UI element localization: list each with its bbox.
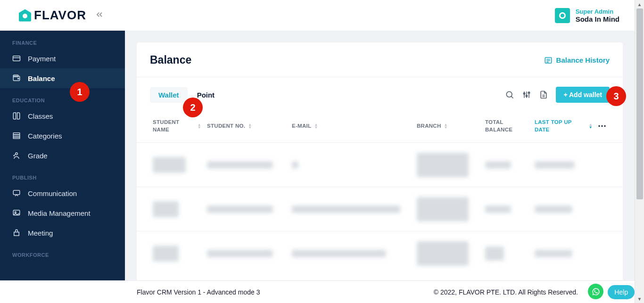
filter-icon[interactable]: [522, 90, 531, 99]
footer: Flavor CRM Version 1 - Advanced mode 3 ©…: [0, 280, 635, 303]
grade-icon: [12, 151, 21, 160]
user-role: Super Admin: [576, 8, 619, 15]
balance-table: STUDENT NAME▲▼ STUDENT NO.▲▼ E-MAIL▲▼ BR…: [137, 110, 623, 275]
scroll-thumb[interactable]: [636, 8, 643, 199]
card-icon: [12, 54, 21, 63]
sidebar-item-balance[interactable]: Balance: [0, 68, 125, 88]
more-icon: •••: [598, 123, 607, 130]
sidebar-section-publish: PUBLISH: [0, 165, 125, 183]
svg-rect-0: [13, 56, 20, 61]
history-link-label: Balance History: [556, 56, 610, 64]
sidebar-item-label: Balance: [28, 74, 55, 82]
sidebar-item-categories[interactable]: Categories: [0, 126, 125, 146]
table-header: STUDENT NAME▲▼ STUDENT NO.▲▼ E-MAIL▲▼ BR…: [137, 110, 623, 142]
whatsapp-icon[interactable]: [588, 284, 603, 299]
svg-point-22: [526, 95, 528, 97]
svg-rect-5: [13, 133, 20, 135]
sidebar-item-grade[interactable]: Grade: [0, 146, 125, 165]
scroll-up-icon[interactable]: ▲: [635, 0, 644, 8]
footer-copyright: © 2022, FLAVOR PTE. LTD. All Rights Rese…: [434, 288, 578, 296]
tab-wallet[interactable]: Wallet: [150, 87, 188, 103]
scroll-down-icon[interactable]: ▼: [635, 295, 644, 303]
sidebar-item-meeting[interactable]: Meeting: [0, 223, 125, 243]
sidebar-item-payment[interactable]: Payment: [0, 49, 125, 68]
user-name: Soda In Mind: [576, 15, 619, 23]
sidebar-item-media[interactable]: Media Management: [0, 203, 125, 223]
svg-rect-9: [13, 190, 20, 195]
balance-history-link[interactable]: Balance History: [544, 56, 610, 65]
logo-text: FLAVOR: [34, 8, 86, 23]
col-email[interactable]: E-MAIL▲▼: [289, 110, 414, 142]
book-icon: [12, 112, 21, 120]
page-scrollbar[interactable]: ▲ ▼: [635, 0, 644, 303]
svg-line-17: [512, 96, 513, 98]
search-icon[interactable]: [505, 90, 514, 99]
sidebar-item-label: Classes: [28, 112, 53, 120]
svg-point-16: [507, 91, 512, 97]
user-menu[interactable]: Super Admin Soda In Mind: [555, 8, 619, 23]
sidebar-item-label: Media Management: [28, 209, 91, 217]
svg-point-4: [18, 78, 19, 79]
sidebar-item-label: Communication: [28, 189, 77, 197]
col-student-name[interactable]: STUDENT NAME▲▼: [150, 110, 204, 142]
svg-point-11: [15, 212, 16, 213]
meeting-icon: [12, 229, 21, 237]
sidebar-section-workforce: WORKFORCE: [0, 243, 125, 261]
sidebar-item-classes[interactable]: Classes: [0, 106, 125, 126]
avatar-icon: [555, 8, 570, 23]
svg-rect-6: [13, 135, 20, 137]
history-icon: [544, 56, 553, 65]
add-wallet-button[interactable]: + Add wallet: [556, 87, 610, 103]
sidebar-section-finance: FINANCE: [0, 31, 125, 49]
col-total-balance: TOTAL BALANCE: [482, 110, 532, 142]
logo[interactable]: FLAVOR: [19, 8, 86, 23]
sidebar-item-label: Categories: [28, 132, 62, 140]
sidebar-collapse-icon[interactable]: [95, 10, 104, 21]
media-icon: [12, 209, 21, 217]
export-icon[interactable]: [539, 90, 548, 99]
tab-point[interactable]: Point: [189, 87, 223, 103]
col-actions[interactable]: •••: [595, 110, 610, 142]
wallet-icon: [12, 74, 21, 82]
footer-version: Flavor CRM Version 1 - Advanced mode 3: [137, 288, 260, 296]
table-row[interactable]: [137, 142, 623, 187]
balance-card: Balance Balance History Wallet Point + A…: [136, 42, 623, 280]
col-student-no[interactable]: STUDENT NO.▲▼: [204, 110, 289, 142]
svg-point-21: [524, 93, 525, 94]
main-content: Balance Balance History Wallet Point + A…: [125, 31, 635, 280]
svg-point-8: [16, 153, 18, 155]
svg-rect-7: [13, 137, 20, 139]
chat-icon: [12, 189, 21, 197]
page-title: Balance: [150, 54, 191, 66]
tabs: Wallet Point: [150, 87, 223, 103]
col-branch[interactable]: BRANCH▲▼: [414, 110, 482, 142]
stack-icon: [12, 131, 21, 140]
col-last-topup[interactable]: LAST TOP UP DATE▲▼: [532, 110, 595, 142]
sidebar-section-education: EDUCATION: [0, 88, 125, 106]
topbar: FLAVOR Super Admin Soda In Mind: [0, 0, 635, 31]
sidebar: FINANCE Payment Balance EDUCATION Classe…: [0, 31, 125, 280]
table-row[interactable]: [137, 231, 623, 275]
sidebar-item-label: Meeting: [28, 229, 53, 237]
sidebar-item-label: Grade: [28, 152, 48, 160]
sidebar-item-communication[interactable]: Communication: [0, 183, 125, 203]
sidebar-item-label: Payment: [28, 55, 56, 63]
help-button[interactable]: Help: [608, 285, 635, 299]
logo-icon: [19, 9, 31, 22]
svg-point-23: [528, 92, 530, 93]
table-row[interactable]: [137, 187, 623, 231]
